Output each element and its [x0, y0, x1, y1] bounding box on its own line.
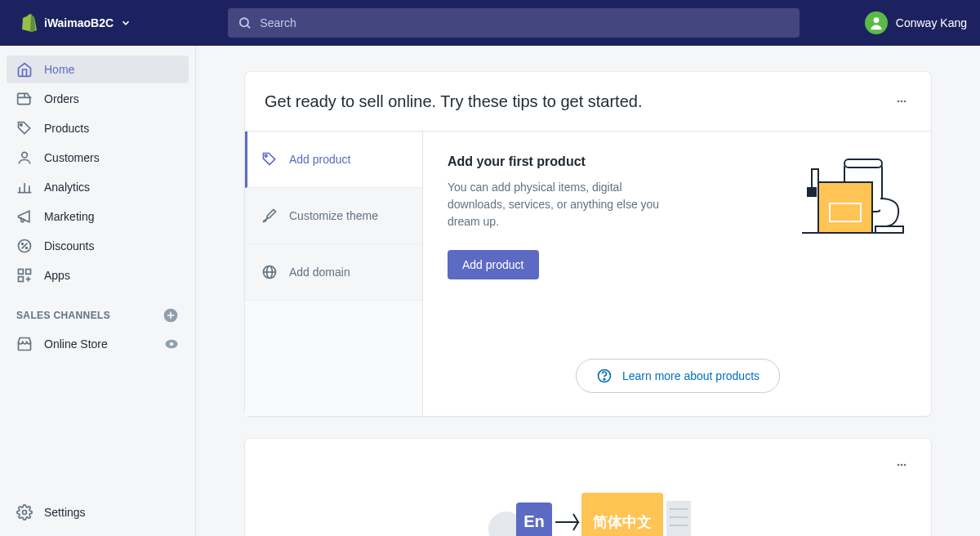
svg-point-25	[901, 100, 903, 103]
svg-point-40	[898, 464, 900, 467]
sidebar-item-analytics[interactable]: Analytics	[7, 173, 189, 201]
svg-point-0	[240, 18, 248, 26]
card-title: Get ready to sell online. Try these tips…	[265, 92, 642, 111]
discounts-icon	[16, 238, 33, 254]
svg-line-1	[247, 25, 251, 29]
svg-rect-46	[666, 501, 691, 536]
sidebar-item-label: Products	[44, 122, 89, 135]
svg-rect-13	[19, 270, 24, 275]
svg-rect-32	[844, 159, 882, 168]
product-illustration	[794, 154, 908, 279]
svg-point-11	[22, 243, 24, 245]
store-name: iWaimaoB2C	[44, 16, 114, 29]
step-add-domain[interactable]: Add domain	[245, 244, 422, 301]
translate-card: En 简体中文	[245, 439, 931, 536]
svg-point-41	[901, 464, 903, 467]
add-product-button[interactable]: Add product	[448, 250, 539, 279]
analytics-icon	[16, 179, 33, 195]
home-icon	[16, 61, 33, 78]
svg-rect-15	[19, 277, 24, 282]
view-store-icon[interactable]	[164, 337, 179, 351]
top-bar: iWaimaoB2C Conway Kang	[0, 0, 980, 46]
learn-more-label: Learn more about products	[622, 369, 760, 382]
svg-point-23	[23, 511, 27, 515]
setup-steps: Add product Customize theme Add domain	[245, 132, 423, 416]
sidebar-item-label: Apps	[44, 269, 70, 282]
svg-point-2	[873, 17, 879, 23]
search-input[interactable]	[260, 16, 790, 29]
chevron-down-icon	[120, 17, 131, 29]
step-label: Add domain	[289, 266, 350, 279]
content-heading: Add your first product	[448, 154, 761, 169]
sidebar-item-label: Analytics	[44, 181, 90, 194]
sidebar-item-apps[interactable]: Apps	[7, 261, 189, 289]
svg-rect-36	[875, 226, 903, 233]
setup-card: Get ready to sell online. Try these tips…	[245, 72, 931, 416]
svg-rect-35	[807, 187, 817, 197]
sidebar-item-settings[interactable]: Settings	[7, 498, 189, 526]
more-icon[interactable]	[892, 92, 911, 111]
svg-point-12	[26, 248, 28, 249]
help-icon	[596, 368, 612, 384]
sidebar-item-home[interactable]: Home	[7, 56, 189, 83]
step-add-product[interactable]: Add product	[245, 132, 422, 188]
svg-point-27	[265, 155, 268, 158]
store-icon	[16, 336, 33, 352]
brush-icon	[261, 208, 278, 224]
settings-label: Settings	[44, 506, 86, 519]
svg-point-24	[898, 100, 900, 103]
user-menu[interactable]: Conway Kang	[865, 11, 967, 34]
sidebar-item-products[interactable]: Products	[7, 114, 189, 142]
sales-channels-header: SALES CHANNELS	[7, 307, 189, 330]
sidebar-item-discounts[interactable]: Discounts	[7, 232, 189, 260]
channel-label: Online Store	[44, 337, 108, 351]
gear-icon	[16, 504, 33, 520]
step-label: Add product	[289, 153, 351, 166]
svg-rect-33	[818, 182, 872, 233]
sales-channels-label: SALES CHANNELS	[16, 310, 110, 321]
svg-point-42	[904, 464, 906, 467]
svg-point-26	[904, 100, 906, 103]
sidebar-item-customers[interactable]: Customers	[7, 144, 189, 172]
products-icon	[16, 120, 33, 136]
channel-online-store[interactable]: Online Store	[7, 330, 189, 358]
orders-icon	[16, 91, 33, 107]
sidebar-item-label: Discounts	[44, 239, 94, 252]
search-wrap	[228, 8, 800, 38]
translate-illustration: En 简体中文	[482, 485, 694, 536]
sidebar-item-label: Orders	[44, 92, 79, 105]
svg-rect-14	[26, 270, 31, 275]
user-name: Conway Kang	[896, 16, 967, 29]
globe-icon	[261, 264, 278, 280]
search-field[interactable]	[228, 8, 800, 38]
sidebar-item-label: Marketing	[44, 210, 94, 223]
step-label: Customize theme	[289, 209, 378, 222]
sidebar-item-orders[interactable]: Orders	[7, 85, 189, 113]
add-channel-icon[interactable]	[163, 307, 179, 324]
main-content: Get ready to sell online. Try these tips…	[196, 46, 980, 536]
tag-icon	[261, 151, 278, 168]
sidebar-item-label: Customers	[44, 151, 100, 164]
store-switcher[interactable]: iWaimaoB2C	[13, 8, 138, 38]
en-badge: En	[523, 512, 545, 530]
learn-more-link[interactable]: Learn more about products	[576, 359, 780, 393]
content-description: You can add physical items, digital down…	[448, 179, 660, 230]
sidebar: Home Orders Products Customers Analytics…	[0, 46, 196, 536]
svg-point-3	[20, 124, 23, 127]
avatar	[865, 11, 888, 34]
svg-point-39	[604, 378, 605, 380]
shopify-logo-icon	[20, 13, 38, 33]
step-content: Add your first product You can add physi…	[423, 132, 931, 416]
target-lang: 简体中文	[592, 514, 652, 530]
customers-icon	[16, 150, 33, 166]
marketing-icon	[16, 208, 33, 225]
step-customize-theme[interactable]: Customize theme	[245, 188, 422, 244]
svg-point-22	[170, 342, 174, 346]
more-icon[interactable]	[892, 455, 911, 475]
apps-icon	[16, 267, 33, 284]
search-icon	[238, 16, 252, 30]
svg-point-4	[22, 152, 28, 158]
sidebar-item-label: Home	[44, 63, 74, 76]
sidebar-item-marketing[interactable]: Marketing	[7, 203, 189, 230]
